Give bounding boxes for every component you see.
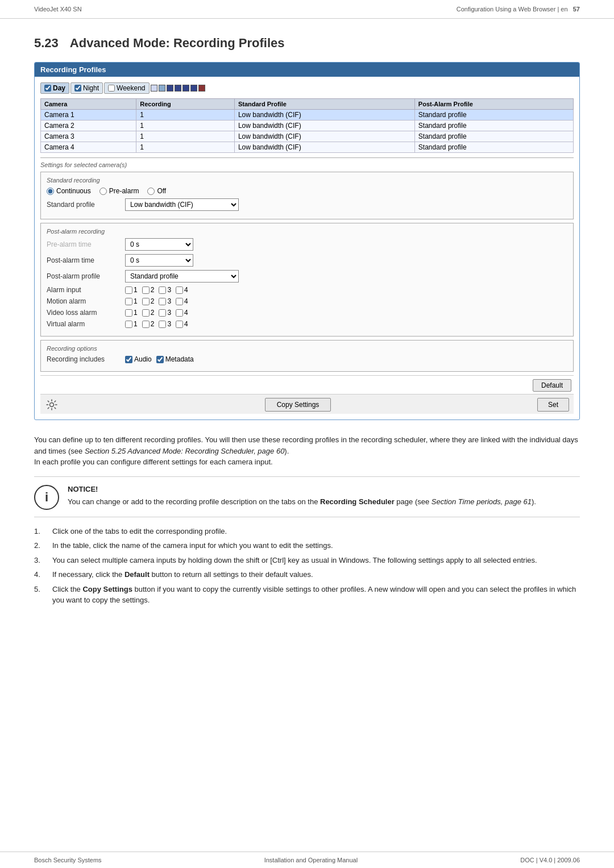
cell-standard: Low bandwidth (CIF) — [234, 142, 414, 153]
motion-alarm-2[interactable]: 2 — [142, 297, 155, 305]
tab-color-3[interactable] — [167, 85, 173, 92]
tab-color-6[interactable] — [190, 85, 197, 92]
cell-post-alarm: Standard profile — [414, 142, 573, 153]
recording-profiles-panel: Recording Profiles Day Night Weekend — [34, 62, 580, 420]
set-button[interactable]: Set — [537, 398, 569, 412]
metadata-checkbox[interactable] — [156, 356, 164, 363]
metadata-label: Metadata — [165, 355, 194, 363]
video-loss-checkboxes: 1 2 3 4 — [125, 309, 188, 317]
radio-pre-alarm-input[interactable] — [99, 188, 107, 195]
radio-pre-alarm-label: Pre-alarm — [109, 187, 139, 195]
radio-continuous[interactable]: Continuous — [47, 187, 91, 195]
alarm-input-2[interactable]: 2 — [142, 286, 155, 294]
motion-alarm-checkboxes: 1 2 3 4 — [125, 297, 188, 305]
radio-off-label: Off — [157, 187, 166, 195]
recording-mode-group: Continuous Pre-alarm Off — [47, 187, 166, 195]
recording-options-title: Recording options — [47, 345, 567, 352]
post-alarm-profile-select[interactable]: Standard profile Low bandwidth (CIF) Hig… — [125, 270, 239, 283]
step-num-1: 1. — [34, 526, 45, 537]
alarm-input-4[interactable]: 4 — [176, 286, 188, 294]
motion-alarm-1[interactable]: 1 — [125, 297, 138, 305]
section-number: 5.23 — [34, 36, 59, 51]
tab-weekend-checkbox[interactable] — [108, 85, 115, 92]
notice-bold-1: Recording Scheduler — [320, 497, 395, 506]
camera-table: Camera Recording Standard Profile Post-A… — [40, 98, 574, 153]
audio-label: Audio — [134, 355, 152, 363]
motion-alarm-3[interactable]: 3 — [159, 297, 171, 305]
alarm-input-1[interactable]: 1 — [125, 286, 138, 294]
step-num-2: 2. — [34, 540, 45, 551]
recording-options-section: Recording options Recording includes Aud… — [40, 340, 574, 372]
tab-night-checkbox[interactable] — [74, 85, 81, 92]
header-left: VideoJet X40 SN — [34, 6, 82, 13]
step-1: 1. Click one of the tabs to edit the cor… — [34, 526, 580, 537]
step-2: 2. In the table, click the name of the c… — [34, 540, 580, 551]
pre-alarm-time-select[interactable]: 0 s5 s10 s — [125, 238, 193, 251]
virtual-alarm-2[interactable]: 2 — [142, 320, 155, 328]
cell-recording: 1 — [136, 121, 235, 131]
table-row[interactable]: Camera 1 1 Low bandwidth (CIF) Standard … — [41, 110, 574, 121]
settings-label: Settings for selected camera(s) — [40, 161, 574, 168]
video-loss-1[interactable]: 1 — [125, 309, 138, 317]
recording-includes-row: Recording includes Audio Metadata — [47, 355, 567, 363]
cell-camera: Camera 2 — [41, 121, 136, 131]
post-alarm-time-label: Post-alarm time — [47, 256, 121, 264]
tab-night-label: Night — [83, 84, 99, 92]
page-footer: Bosch Security Systems Installation and … — [0, 852, 614, 868]
step-text-1: Click one of the tabs to edit the corres… — [52, 526, 227, 537]
table-row[interactable]: Camera 4 1 Low bandwidth (CIF) Standard … — [41, 142, 574, 153]
recording-includes-checkboxes: Audio Metadata — [125, 355, 194, 363]
virtual-alarm-4[interactable]: 4 — [176, 320, 188, 328]
tab-row: Day Night Weekend — [40, 82, 574, 94]
notice-box: i NOTICE! You can change or add to the r… — [34, 476, 580, 517]
tab-weekend[interactable]: Weekend — [104, 82, 149, 94]
video-loss-2[interactable]: 2 — [142, 309, 155, 317]
body-text-content: You can define up to ten different recor… — [34, 435, 578, 455]
tab-color-2[interactable] — [159, 85, 165, 92]
audio-checkbox[interactable] — [125, 356, 132, 363]
tab-color-1[interactable] — [151, 85, 157, 92]
tab-color-4[interactable] — [175, 85, 181, 92]
tab-night[interactable]: Night — [70, 82, 103, 94]
step-3: 3. You can select multiple camera inputs… — [34, 555, 580, 566]
alarm-input-3[interactable]: 3 — [159, 286, 171, 294]
default-button[interactable]: Default — [533, 379, 571, 392]
motion-alarm-label: Motion alarm — [47, 297, 121, 305]
alarm-input-checkboxes: 1 2 3 4 — [125, 286, 188, 294]
motion-alarm-row: Motion alarm 1 2 3 4 — [47, 297, 567, 305]
step-bold-copy: Copy Settings — [82, 585, 132, 593]
copy-settings-button[interactable]: Copy Settings — [265, 398, 331, 412]
notice-icon: i — [34, 485, 59, 510]
tab-day-checkbox[interactable] — [44, 85, 51, 92]
cell-camera: Camera 1 — [41, 110, 136, 121]
metadata-checkbox-label[interactable]: Metadata — [156, 355, 194, 363]
tab-day-label: Day — [53, 84, 65, 92]
post-alarm-recording-section: Post-alarm recording Pre-alarm time 0 s5… — [40, 223, 574, 337]
tab-color-5[interactable] — [182, 85, 189, 92]
post-alarm-profile-label: Post-alarm profile — [47, 272, 121, 280]
standard-profile-select[interactable]: Low bandwidth (CIF) Standard profile Hig… — [125, 198, 239, 211]
radio-off-input[interactable] — [147, 188, 155, 195]
radio-pre-alarm[interactable]: Pre-alarm — [99, 187, 139, 195]
standard-recording-title: Standard recording — [47, 177, 567, 184]
step-4: 4. If necessary, click the Default butto… — [34, 569, 580, 580]
audio-checkbox-label[interactable]: Audio — [125, 355, 152, 363]
virtual-alarm-1[interactable]: 1 — [125, 320, 138, 328]
video-loss-3[interactable]: 3 — [159, 309, 171, 317]
tab-color-7[interactable] — [198, 85, 205, 92]
panel-title: Recording Profiles — [35, 63, 579, 77]
post-alarm-time-select[interactable]: 0 s5 s10 s — [125, 254, 193, 267]
video-loss-4[interactable]: 4 — [176, 309, 188, 317]
notice-italic-1: Section Time periods, page 61 — [432, 497, 532, 506]
radio-continuous-input[interactable] — [47, 188, 54, 195]
page-header: VideoJet X40 SN Configuration Using a We… — [0, 0, 614, 19]
virtual-alarm-3[interactable]: 3 — [159, 320, 171, 328]
radio-off[interactable]: Off — [147, 187, 166, 195]
tab-day[interactable]: Day — [40, 82, 69, 94]
table-row[interactable]: Camera 2 1 Low bandwidth (CIF) Standard … — [41, 121, 574, 131]
col-standard-profile: Standard Profile — [234, 99, 414, 110]
notice-text: You can change or add to the recording p… — [68, 496, 536, 508]
motion-alarm-4[interactable]: 4 — [176, 297, 188, 305]
settings-section: Settings for selected camera(s) Standard… — [40, 157, 574, 394]
table-row[interactable]: Camera 3 1 Low bandwidth (CIF) Standard … — [41, 131, 574, 142]
